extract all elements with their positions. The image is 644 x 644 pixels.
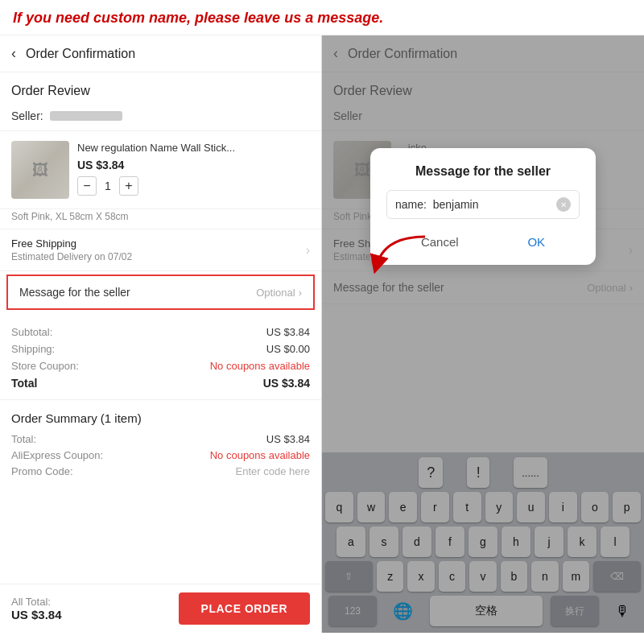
- bottom-total-amount: US $3.84: [11, 608, 62, 621]
- left-product-variant: Soft Pink, XL 58cm X 58cm: [0, 209, 321, 229]
- left-message-row[interactable]: Message for the seller Optional ›: [6, 275, 315, 310]
- coupon-value: No coupons available: [210, 360, 310, 372]
- summary-coupon-row: AliExpress Coupon: No coupons available: [11, 449, 310, 461]
- subtotal-label: Subtotal:: [11, 326, 52, 338]
- dialog-input-row: ✕: [386, 190, 580, 219]
- banner-text: If you need custom name, please leave us…: [13, 10, 631, 27]
- left-order-review-label: Order Review: [0, 72, 321, 105]
- total-value: US $3.84: [263, 377, 310, 390]
- left-message-label: Message for the seller: [19, 286, 130, 299]
- summary-coupon-label: AliExpress Coupon:: [11, 449, 103, 461]
- dialog-ok-button[interactable]: OK: [511, 232, 561, 252]
- dialog-overlay: Message for the seller ✕ Cancel OK: [322, 35, 644, 633]
- summary-total-value: US $3.84: [266, 433, 310, 445]
- place-order-button[interactable]: PLACE ORDER: [179, 592, 310, 625]
- left-seller-row: Seller:: [0, 105, 321, 131]
- product-info: New regulation Name Wall Stick... US $3.…: [77, 141, 310, 196]
- coupon-row: Store Coupon: No coupons available: [11, 360, 310, 372]
- quantity-increase-button[interactable]: +: [119, 176, 138, 196]
- input-clear-button[interactable]: ✕: [556, 197, 571, 212]
- left-panel-title: Order Confirmation: [26, 47, 135, 61]
- shipping-price-value: US $0.00: [266, 343, 310, 355]
- left-pricing-section: Subtotal: US $3.84 Shipping: US $0.00 St…: [0, 316, 321, 400]
- dialog-title: Message for the seller: [386, 164, 580, 179]
- dialog-actions: Cancel OK: [386, 232, 580, 252]
- left-seller-label: Seller:: [11, 109, 43, 122]
- product-quantity-row: − 1 +: [77, 176, 310, 196]
- bottom-total-info: All Total: US $3.84: [11, 596, 62, 621]
- seller-name-blurred: [50, 111, 122, 121]
- shipping-price-label: Shipping:: [11, 343, 55, 355]
- subtotal-row: Subtotal: US $3.84: [11, 326, 310, 338]
- bottom-total-label: All Total:: [11, 596, 51, 608]
- product-image-placeholder: 🖼: [11, 141, 69, 199]
- order-summary-title: Order Summary (1 item): [11, 411, 310, 425]
- left-message-optional: Optional ›: [256, 287, 302, 299]
- left-product-row: 🖼 New regulation Name Wall Stick... US $…: [0, 131, 321, 209]
- total-label: Total: [11, 377, 37, 390]
- left-back-button[interactable]: ‹: [11, 45, 16, 62]
- left-shipping-row[interactable]: Free Shipping Estimated Delivery on 07/0…: [0, 229, 321, 271]
- message-chevron-icon: ›: [299, 287, 302, 299]
- message-input[interactable]: [395, 198, 556, 211]
- shipping-title: Free Shipping: [11, 237, 132, 250]
- dialog-cancel-button[interactable]: Cancel: [405, 232, 475, 252]
- summary-total-row: Total: US $3.84: [11, 433, 310, 445]
- summary-promo-value[interactable]: Enter code here: [235, 465, 310, 477]
- top-banner: If you need custom name, please leave us…: [0, 0, 644, 35]
- message-dialog: Message for the seller ✕ Cancel OK: [370, 148, 596, 265]
- summary-promo-label: Promo Code:: [11, 465, 73, 477]
- shipping-estimated: Estimated Delivery on 07/02: [11, 251, 132, 262]
- product-image: 🖼: [11, 141, 69, 199]
- quantity-decrease-button[interactable]: −: [77, 176, 97, 196]
- shipping-price-row: Shipping: US $0.00: [11, 343, 310, 355]
- product-name: New regulation Name Wall Stick...: [77, 141, 310, 155]
- shipping-chevron-icon: ›: [306, 243, 310, 258]
- left-header: ‹ Order Confirmation: [0, 35, 321, 72]
- shipping-info: Free Shipping Estimated Delivery on 07/0…: [11, 237, 132, 262]
- summary-total-label: Total:: [11, 433, 36, 445]
- quantity-value: 1: [105, 180, 111, 192]
- coupon-label: Store Coupon:: [11, 360, 79, 372]
- summary-coupon-value: No coupons available: [210, 449, 310, 461]
- subtotal-value: US $3.84: [266, 326, 310, 338]
- left-panel: ‹ Order Confirmation Order Review Seller…: [0, 35, 322, 633]
- total-row: Total US $3.84: [11, 377, 310, 390]
- order-summary-section: Order Summary (1 item) Total: US $3.84 A…: [0, 400, 321, 488]
- summary-promo-row: Promo Code: Enter code here: [11, 465, 310, 477]
- left-bottom-bar: All Total: US $3.84 PLACE ORDER: [0, 584, 321, 633]
- right-panel: ‹ Order Confirmation Order Review Seller…: [322, 35, 644, 633]
- product-price: US $3.84: [77, 159, 310, 171]
